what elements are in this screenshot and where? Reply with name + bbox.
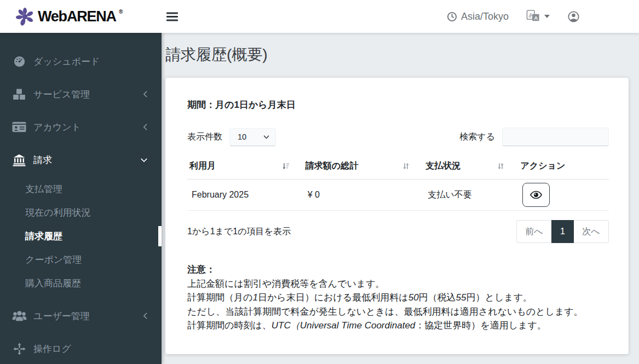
- brand-name: WebARENA: [38, 9, 116, 24]
- action-cell: [518, 180, 609, 211]
- submenu-item-purchase-history[interactable]: 購入商品履歴: [0, 271, 162, 295]
- chevron-down-icon: [140, 158, 148, 163]
- submenu-item-label: 購入商品履歴: [25, 277, 81, 290]
- webarena-logo-icon: [15, 7, 35, 26]
- eye-icon: [530, 190, 542, 199]
- page-length-control: 表示件数 10: [187, 128, 276, 146]
- previous-page-button[interactable]: 前へ: [516, 220, 551, 243]
- gauge-icon: [11, 55, 27, 68]
- column-header-action: アクション: [518, 156, 609, 180]
- caret-down-icon: [544, 15, 550, 18]
- submenu-item-label: 現在の利用状況: [25, 206, 90, 219]
- account-menu-button[interactable]: [567, 10, 580, 23]
- note-line: 計算期間（月の1日から末日）における最低利用料は50円（税込55円）とします。: [187, 291, 609, 305]
- main-content: 請求履歴(概要) 期間：月の1日から月末日 表示件数 10: [162, 33, 639, 364]
- view-detail-button[interactable]: [522, 183, 550, 207]
- sidebar-item-billing[interactable]: 請求: [0, 143, 162, 176]
- notes-section: 注意： 上記金額には割引や消費税等を含んでいます。 計算期間（月の1日から末日）…: [187, 263, 609, 333]
- column-header-total-billed[interactable]: 請求額の総計: [303, 156, 423, 180]
- table-row: February 2025 ¥ 0 支払い不要: [187, 180, 609, 211]
- submenu-item-billing-history[interactable]: 請求履歴: [0, 224, 162, 248]
- users-icon: [11, 310, 27, 321]
- chevron-left-icon: [143, 90, 148, 98]
- move-arrows-icon: [11, 343, 27, 355]
- table-info-text: 1から1まで1の項目を表示: [187, 226, 291, 238]
- search-label: 検索する: [459, 131, 495, 143]
- column-label: 利用月: [189, 160, 216, 172]
- next-page-button[interactable]: 次へ: [574, 220, 609, 243]
- column-label: 請求額の総計: [306, 160, 358, 172]
- billing-history-table: 利用月: [187, 156, 609, 211]
- chevron-down-icon: [263, 135, 269, 139]
- sidebar-item-service-management[interactable]: サービス管理: [0, 78, 162, 111]
- top-header: WebARENA ® Asia/Tokyo: [0, 0, 639, 33]
- active-indicator: [158, 226, 162, 246]
- registered-trademark: ®: [119, 9, 123, 15]
- table-header-row: 利用月: [187, 156, 609, 180]
- sidebar-nav: ダッシュボード サービス管理: [0, 33, 162, 364]
- sidebar-item-label: 請求: [33, 154, 52, 166]
- sidebar-item-dashboard[interactable]: ダッシュボード: [0, 45, 162, 78]
- usage-month-cell: February 2025: [187, 180, 303, 211]
- svg-text:A: A: [534, 14, 538, 20]
- total-billed-cell: ¥ 0: [303, 180, 423, 211]
- note-line: 計算期間の時刻は、UTC（Universal Time Coordinated：…: [187, 319, 609, 333]
- timezone-label: Asia/Tokyo: [461, 11, 509, 22]
- sidebar-item-label: 操作ログ: [33, 343, 71, 355]
- page-number-button[interactable]: 1: [551, 220, 574, 243]
- sidebar-item-account[interactable]: アカウント: [0, 111, 162, 143]
- timezone-display: Asia/Tokyo: [447, 11, 509, 22]
- page-length-label: 表示件数: [187, 131, 222, 143]
- column-header-usage-month[interactable]: 利用月: [187, 156, 303, 180]
- billing-submenu: 支払管理 現在の利用状況 請求履歴 クーポン管理 購入商品履歴: [0, 176, 162, 299]
- page-title: 請求履歴(概要): [165, 44, 629, 65]
- page-length-select[interactable]: 10: [229, 128, 276, 146]
- sort-descending-icon: [281, 162, 290, 170]
- sidebar-item-user-management[interactable]: ユーザー管理: [0, 299, 162, 332]
- sidebar-item-label: アカウント: [33, 121, 81, 134]
- search-control: 検索する: [459, 128, 609, 146]
- language-dropdown[interactable]: あ A: [526, 10, 550, 24]
- bank-icon: [11, 154, 27, 166]
- column-label: アクション: [520, 160, 565, 172]
- note-line: 上記金額には割引や消費税等を含んでいます。: [187, 277, 609, 291]
- sort-both-icon: [402, 162, 410, 170]
- payment-status-cell: 支払い不要: [423, 180, 518, 211]
- search-input[interactable]: [502, 128, 609, 146]
- table-footer: 1から1まで1の項目を表示 前へ 1 次へ: [187, 220, 609, 243]
- submenu-item-label: クーポン管理: [25, 253, 82, 266]
- sidebar-item-label: サービス管理: [33, 88, 90, 101]
- sidebar-item-operation-log[interactable]: 操作ログ: [0, 332, 162, 364]
- hamburger-icon: [166, 12, 178, 21]
- translate-icon: あ A: [526, 10, 541, 24]
- table-controls: 表示件数 10 検索する: [187, 128, 609, 146]
- page-length-value: 10: [238, 132, 246, 141]
- brand-logo[interactable]: WebARENA ®: [0, 7, 162, 26]
- sidebar-item-label: ダッシュボード: [33, 55, 100, 68]
- cubes-icon: [11, 89, 27, 100]
- chevron-left-icon: [143, 123, 148, 131]
- account-circle-icon: [567, 10, 580, 23]
- submenu-item-payment-management[interactable]: 支払管理: [0, 177, 162, 201]
- clock-icon: [447, 11, 457, 22]
- submenu-item-coupon-management[interactable]: クーポン管理: [0, 248, 162, 271]
- submenu-item-current-usage[interactable]: 現在の利用状況: [0, 201, 162, 224]
- id-card-icon: [11, 122, 27, 132]
- column-label: 支払状況: [425, 160, 460, 172]
- note-line: ただし、当該計算期間で料金が発生しないときは、最低利用料は適用されないものとしま…: [187, 305, 609, 319]
- billing-history-card: 期間：月の1日から月末日 表示件数 10 検索する: [165, 78, 629, 354]
- chevron-left-icon: [143, 312, 148, 320]
- sidebar-item-label: ユーザー管理: [33, 310, 90, 322]
- notes-heading: 注意：: [187, 263, 609, 277]
- column-header-payment-status[interactable]: 支払状況: [423, 156, 518, 180]
- pagination: 前へ 1 次へ: [516, 220, 609, 243]
- menu-toggle-button[interactable]: [166, 12, 178, 21]
- header-actions: Asia/Tokyo あ A: [447, 10, 639, 24]
- submenu-item-label: 請求履歴: [25, 230, 62, 242]
- period-label: 期間：月の1日から月末日: [187, 99, 609, 111]
- submenu-item-label: 支払管理: [25, 183, 62, 195]
- sort-both-icon: [497, 162, 505, 170]
- webarena-control-panel: WebARENA ® Asia/Tokyo: [0, 0, 639, 364]
